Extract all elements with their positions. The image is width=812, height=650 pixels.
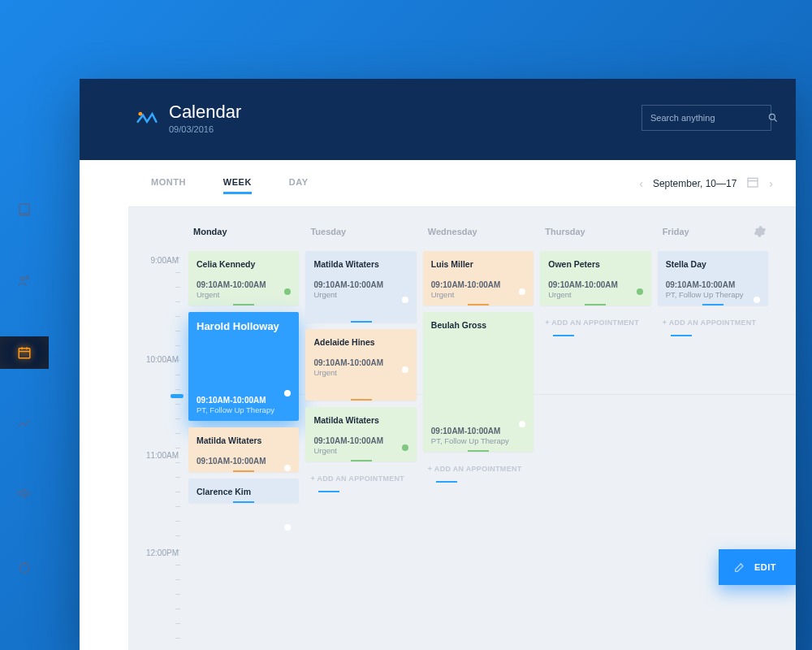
svg-point-2 <box>21 277 25 281</box>
sidebar-item-analytics[interactable] <box>0 408 49 440</box>
sidebar-item-patients[interactable] <box>0 265 49 297</box>
appointment-card[interactable]: Luis Miller09:10AM-10:00AMUrgent <box>423 251 533 306</box>
appointment-name: Clarence Kim <box>197 487 291 496</box>
content: MONTH WEEK DAY ‹ September, 10—17 › 9:00… <box>128 160 796 650</box>
appointment-card[interactable]: Matilda Witaters09:10AM-10:00AMUrgent <box>305 251 416 323</box>
current-time-indicator <box>171 394 184 398</box>
appointment-note: Urgent <box>197 290 291 299</box>
prev-week-button[interactable]: ‹ <box>639 177 643 190</box>
day-header: Monday <box>188 207 299 251</box>
appointment-name: Luis Miller <box>431 259 525 269</box>
day-column: WednesdayLuis Miller09:10AM-10:00AMUrgen… <box>420 207 537 650</box>
add-appointment-button[interactable]: + ADD AN APPOINTMENT <box>658 312 768 333</box>
next-week-button[interactable]: › <box>769 177 773 190</box>
tab-day[interactable]: DAY <box>289 172 309 194</box>
appointment-card[interactable]: Matilda Witaters09:10AM-10:00AM <box>188 427 299 472</box>
appointment-time: 09:10AM-10:00AM <box>313 358 408 367</box>
appointment-note: Urgent <box>548 290 642 299</box>
appointment-card[interactable]: Owen Peters09:10AM-10:00AMUrgent <box>540 251 650 306</box>
appointment-note: PT, Follow Up Therapy <box>666 290 760 299</box>
search-box[interactable] <box>641 105 771 131</box>
date-range: September, 10—17 <box>653 178 736 189</box>
status-dot <box>637 288 643 295</box>
day-column: ThursdayOwen Peters09:10AM-10:00AMUrgent… <box>537 207 654 650</box>
app-window: Calendar 09/03/2016 MONTH WEEK DAY ‹ Sep… <box>80 79 796 650</box>
add-appointment-button[interactable]: + ADD AN APPOINTMENT <box>540 312 650 333</box>
status-dot <box>284 524 291 531</box>
day-column: MondayCelia Kennedy09:10AM-10:00AMUrgent… <box>185 207 302 650</box>
edit-button[interactable]: EDIT <box>719 549 796 585</box>
appointment-card[interactable]: Celia Kennedy09:10AM-10:00AMUrgent <box>188 251 299 306</box>
appointment-card[interactable]: Beulah Gross09:10AM-10:00AMPT, Follow Up… <box>423 312 533 452</box>
calendar-picker-icon[interactable] <box>746 176 759 191</box>
appointment-time: 09:10AM-10:00AM <box>666 280 760 289</box>
day-header: Tuesday <box>305 207 416 251</box>
time-label: 11:00AM <box>128 451 185 460</box>
appointment-name: Adelaide Hines <box>313 337 408 347</box>
calendar-grid: 9:00AM 10:00AM 11:00AM 12:00PM MondayCel… <box>128 207 796 650</box>
tab-month[interactable]: MONTH <box>151 172 186 194</box>
appointment-time: 09:10AM-10:00AM <box>548 280 642 289</box>
appointment-note: Urgent <box>313 290 408 299</box>
svg-rect-4 <box>19 349 30 358</box>
appointment-name: Matilda Witaters <box>313 259 408 269</box>
toolbar: MONTH WEEK DAY ‹ September, 10—17 › <box>128 160 796 207</box>
appointment-note: PT, Follow Up Therapy <box>431 436 525 445</box>
status-dot <box>402 297 408 303</box>
appointment-name: Celia Kennedy <box>197 259 291 269</box>
day-header: Friday <box>658 207 768 251</box>
appointment-time: 09:10AM-10:00AM <box>313 280 408 289</box>
day-header: Wednesday <box>423 207 533 251</box>
status-dot <box>402 366 408 373</box>
time-column: 9:00AM 10:00AM 11:00AM 12:00PM <box>128 207 185 650</box>
sidebar <box>0 159 49 650</box>
appointment-time: 09:10AM-10:00AM <box>431 280 525 289</box>
add-appointment-button[interactable]: + ADD AN APPOINTMENT <box>305 468 416 489</box>
time-label: 9:00AM <box>128 256 185 265</box>
header-date: 09/03/2016 <box>169 124 241 134</box>
appointment-card[interactable]: Stella Day09:10AM-10:00AMPT, Follow Up T… <box>658 251 768 306</box>
status-dot <box>754 297 760 303</box>
appointment-time: 09:10AM-10:00AM <box>197 280 291 289</box>
search-input[interactable] <box>650 113 762 123</box>
status-dot <box>284 465 291 471</box>
sidebar-item-dashboard[interactable] <box>0 193 49 226</box>
svg-line-13 <box>775 119 777 122</box>
sidebar-item-settings[interactable] <box>0 479 49 512</box>
appointment-card[interactable]: Harold Holloway09:10AM-10:00AMPT, Follow… <box>188 312 299 421</box>
time-label: 10:00AM <box>128 355 185 364</box>
appointment-name: Stella Day <box>666 259 760 269</box>
svg-point-12 <box>769 114 775 119</box>
tab-week[interactable]: WEEK <box>223 172 252 194</box>
status-dot <box>402 444 408 451</box>
search-icon <box>767 112 779 124</box>
day-header: Thursday <box>540 207 650 251</box>
sidebar-item-calendar[interactable] <box>0 336 49 369</box>
edit-button-label: EDIT <box>754 562 776 572</box>
appointment-card[interactable]: Matilda Witaters09:10AM-10:00AMUrgent <box>305 407 416 462</box>
svg-point-8 <box>23 494 27 498</box>
appointment-name: Matilda Witaters <box>313 415 408 425</box>
header: Calendar 09/03/2016 <box>80 79 796 160</box>
page-title: Calendar <box>169 102 241 123</box>
time-label: 12:00PM <box>128 548 185 557</box>
appointment-note: PT, Follow Up Therapy <box>197 405 291 414</box>
svg-rect-14 <box>748 178 758 187</box>
day-column: TuesdayMatilda Witaters09:10AM-10:00AMUr… <box>302 207 419 650</box>
appointment-time: 09:10AM-10:00AM <box>197 396 291 405</box>
appointment-name: Harold Holloway <box>197 320 291 334</box>
appointment-time: 09:10AM-10:00AM <box>431 427 525 436</box>
add-appointment-button[interactable]: + ADD AN APPOINTMENT <box>423 458 533 479</box>
appointment-name: Owen Peters <box>548 259 642 269</box>
sidebar-item-logout[interactable] <box>0 551 49 583</box>
appointment-note: Urgent <box>313 446 408 455</box>
appointment-name: Beulah Gross <box>431 320 525 330</box>
svg-point-3 <box>26 276 28 279</box>
appointment-time: 09:10AM-10:00AM <box>313 436 408 445</box>
appointment-note: Urgent <box>431 290 525 299</box>
appointment-name: Matilda Witaters <box>197 436 291 445</box>
appointment-time: 09:10AM-10:00AM <box>197 457 291 466</box>
appointment-card[interactable]: Clarence Kim <box>188 479 299 503</box>
appointment-card[interactable]: Adelaide Hines09:10AM-10:00AMUrgent <box>305 329 416 401</box>
app-logo-icon <box>136 107 158 128</box>
